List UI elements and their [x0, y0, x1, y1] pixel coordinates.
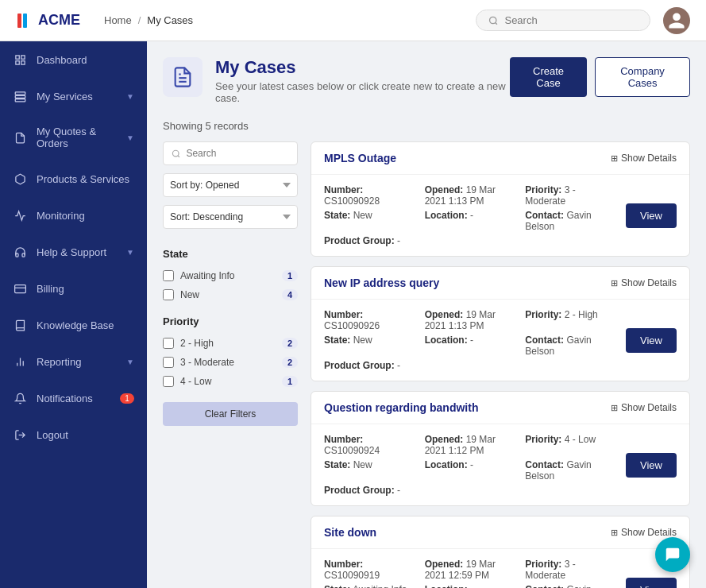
- case-opened-label-1: Opened: 19 Mar 2021 1:13 PM: [425, 309, 526, 331]
- sidebar-item-knowledge-base[interactable]: Knowledge Base: [0, 307, 147, 343]
- details-icon: ⊞: [611, 153, 618, 164]
- sidebar-item-my-services[interactable]: My Services ▼: [0, 78, 147, 114]
- show-details-link-2[interactable]: ⊞ Show Details: [611, 402, 677, 413]
- breadcrumb-home[interactable]: Home: [104, 14, 132, 26]
- svg-rect-8: [15, 95, 25, 98]
- view-button-3[interactable]: View: [626, 578, 677, 589]
- case-card-2: Question regarding bandwith ⊞ Show Detai…: [311, 391, 690, 506]
- case-contact-label-2: Contact: Gavin Belson: [525, 459, 626, 482]
- sidebar-item-monitoring[interactable]: Monitoring: [0, 197, 147, 234]
- sidebar-item-label: Reporting: [37, 356, 117, 368]
- svg-rect-6: [21, 60, 24, 64]
- search-bar[interactable]: [476, 10, 650, 31]
- filter-item-new: New 4: [163, 285, 298, 304]
- show-details-label: Show Details: [621, 153, 677, 164]
- create-case-button[interactable]: Create Case: [510, 57, 587, 97]
- case-product-group-label-1: Product Group: -: [324, 360, 425, 371]
- breadcrumb: Home / My Cases: [104, 14, 193, 26]
- search-input[interactable]: [504, 14, 638, 26]
- case-contact-label-0: Contact: Gavin Belson: [525, 210, 626, 232]
- case-contact-label-3: Contact: Gavin Belson: [525, 584, 626, 588]
- view-button-2[interactable]: View: [626, 453, 677, 478]
- page-subtitle: See your latest cases below or click cre…: [215, 80, 510, 104]
- priority-2-high-checkbox[interactable]: [163, 338, 174, 349]
- sidebar-item-billing[interactable]: Billing: [0, 270, 147, 307]
- case-card-body-0: Number: CS10090928 Opened: 19 Mar 2021 1…: [311, 175, 689, 256]
- headset-icon: [13, 245, 27, 259]
- case-location-label-0: Location: -: [425, 210, 526, 232]
- case-card-body-3: Number: CS10090919 Opened: 19 Mar 2021 1…: [311, 549, 689, 588]
- svg-rect-4: [21, 55, 24, 58]
- case-number-label-3: Number: CS10090919: [324, 559, 425, 581]
- new-checkbox[interactable]: [163, 289, 174, 300]
- server-icon: [13, 89, 27, 103]
- show-details-label: Show Details: [621, 277, 677, 288]
- sidebar-item-label: My Quotes & Orders: [37, 126, 117, 149]
- sidebar-item-label: Help & Support: [37, 246, 117, 258]
- activity-icon: [13, 208, 27, 222]
- case-card-header-1: New IP address query ⊞ Show Details: [311, 267, 689, 300]
- priority-3-moderate-checkbox[interactable]: [163, 357, 174, 368]
- sidebar-item-label: Products & Services: [37, 173, 134, 185]
- show-details-link-1[interactable]: ⊞ Show Details: [611, 277, 677, 288]
- case-product-group-label-2: Product Group: -: [324, 485, 425, 496]
- records-count: Showing 5 records: [163, 120, 690, 132]
- sort-by-select[interactable]: Sort by: Opened: [163, 173, 298, 197]
- case-state-label-1: State: New: [324, 335, 425, 357]
- sidebar-item-help-support[interactable]: Help & Support ▼: [0, 234, 147, 270]
- company-cases-button[interactable]: Company Cases: [595, 57, 690, 97]
- show-details-link-0[interactable]: ⊞ Show Details: [611, 153, 677, 164]
- awaiting-info-checkbox[interactable]: [163, 270, 174, 281]
- sidebar: Dashboard My Services ▼ My Quotes & Orde…: [0, 41, 147, 588]
- sidebar-item-quotes-orders[interactable]: My Quotes & Orders ▼: [0, 114, 147, 161]
- sidebar-item-notifications[interactable]: Notifications 1: [0, 380, 147, 416]
- chat-fab-button[interactable]: [655, 537, 690, 572]
- priority-2-high-count: 2: [282, 338, 298, 349]
- case-card-0: MPLS Outage ⊞ Show Details Number: CS100…: [311, 141, 690, 257]
- clear-filters-button[interactable]: Clear Filters: [163, 402, 298, 426]
- bar-chart-icon: [13, 354, 27, 369]
- show-details-link-3[interactable]: ⊞ Show Details: [611, 527, 677, 538]
- sort-order-select[interactable]: Sort: Descending: [163, 205, 298, 229]
- case-location-label-2: Location: -: [425, 459, 526, 482]
- case-product-group-label-0: Product Group: -: [324, 235, 425, 246]
- priority-filter: Priority 2 - High 2 3 - Moderate 2 4 - L…: [163, 315, 298, 391]
- sidebar-item-label: Knowledge Base: [37, 319, 134, 331]
- priority-4-low-checkbox[interactable]: [163, 376, 174, 387]
- search-icon: [172, 149, 180, 159]
- file-icon: [13, 130, 27, 145]
- view-button-0[interactable]: View: [626, 203, 677, 228]
- sidebar-item-label: Logout: [37, 429, 134, 441]
- case-meta-1: Number: CS10090926 Opened: 19 Mar 2021 1…: [324, 309, 626, 371]
- sidebar-item-label: My Services: [37, 91, 117, 103]
- logo-text: ACME: [38, 12, 80, 29]
- sidebar-item-label: Notifications: [37, 393, 110, 404]
- case-state-label-3: State: Awaiting Info: [324, 584, 425, 588]
- filter-item-awaiting-info: Awaiting Info 1: [163, 266, 298, 285]
- case-number-label-2: Number: CS10090924: [324, 434, 425, 456]
- filter-search-input[interactable]: [186, 148, 289, 159]
- case-meta-0: Number: CS10090928 Opened: 19 Mar 2021 1…: [324, 184, 626, 246]
- sidebar-item-dashboard[interactable]: Dashboard: [0, 41, 147, 78]
- sidebar-item-products-services[interactable]: Products & Services: [0, 161, 147, 197]
- priority-3-moderate-label: 3 - Moderate: [180, 357, 276, 368]
- case-priority-label-1: Priority: 2 - High: [525, 309, 626, 331]
- filter-search[interactable]: [163, 141, 298, 165]
- view-button-1[interactable]: View: [626, 328, 677, 353]
- page-icon: [163, 57, 203, 97]
- avatar[interactable]: [663, 7, 690, 34]
- details-icon: ⊞: [611, 403, 618, 413]
- sidebar-item-logout[interactable]: Logout: [0, 416, 147, 453]
- priority-4-low-count: 1: [282, 376, 298, 387]
- state-filter-title: State: [163, 248, 298, 260]
- breadcrumb-current: My Cases: [147, 14, 193, 26]
- case-priority-label-3: Priority: 3 - Moderate: [525, 559, 626, 581]
- case-card-header-3: Site down ⊞ Show Details: [311, 516, 689, 549]
- case-title-3: Site down: [324, 526, 611, 539]
- logo: ACME: [16, 12, 80, 29]
- svg-rect-7: [15, 91, 25, 94]
- case-title-2: Question regarding bandwith: [324, 401, 611, 414]
- priority-3-moderate-count: 2: [282, 357, 298, 368]
- sidebar-item-reporting[interactable]: Reporting ▼: [0, 343, 147, 380]
- cases-list: MPLS Outage ⊞ Show Details Number: CS100…: [311, 141, 690, 588]
